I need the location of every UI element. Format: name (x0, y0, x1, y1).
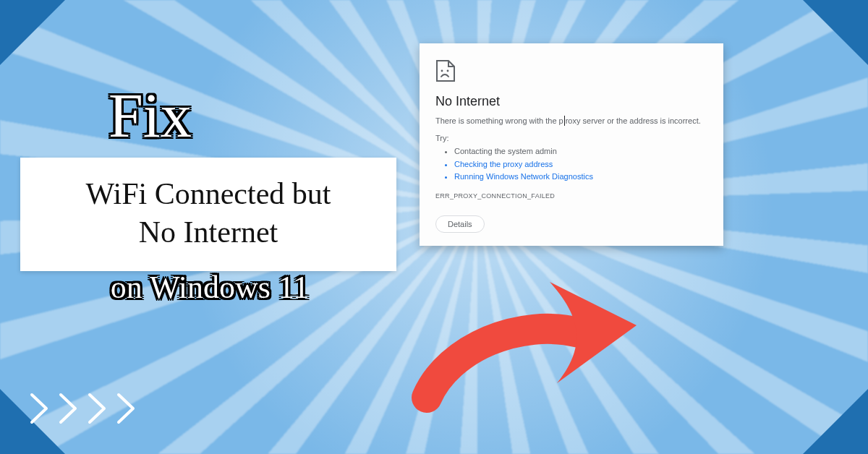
corner-triangle-br (803, 389, 868, 454)
error-description: There is something wrong with the proxy … (435, 116, 707, 127)
error-title: No Internet (435, 94, 707, 109)
chevron-right-icon (58, 392, 84, 425)
hero-fix-text: Fix (109, 80, 192, 152)
details-button[interactable]: Details (435, 215, 485, 233)
error-suggestion-item: Contacting the system admin (454, 145, 707, 158)
error-desc-before: There is something wrong with the p (435, 116, 563, 125)
svg-point-1 (447, 70, 449, 72)
error-suggestion-link[interactable]: Checking the proxy address (454, 158, 707, 171)
text-cursor-icon (564, 116, 565, 126)
error-try-label: Try: (435, 134, 707, 142)
curved-arrow-icon (405, 253, 651, 441)
chevron-right-icon (29, 392, 55, 425)
sad-page-icon (435, 59, 456, 82)
hero-card-line1: WiFi Connected but (41, 175, 376, 213)
chevron-right-icon (87, 392, 113, 425)
svg-point-0 (441, 70, 443, 72)
error-suggestion-list: Contacting the system admin Checking the… (435, 145, 707, 184)
error-code: ERR_PROXY_CONNECTION_FAILED (435, 192, 707, 200)
browser-error-panel: No Internet There is something wrong wit… (420, 43, 723, 246)
hero-fix-label: Fix (109, 81, 192, 150)
hero-card-line2: No Internet (41, 213, 376, 252)
hero-subline: on Windows 11 (51, 269, 369, 306)
error-suggestion-link[interactable]: Running Windows Network Diagnostics (454, 171, 707, 184)
error-desc-after: roxy server or the address is incorrect. (566, 116, 701, 125)
hero-subline-text: on Windows 11 (111, 270, 309, 305)
corner-triangle-tr (803, 0, 868, 65)
chevron-right-icon (116, 392, 142, 425)
corner-triangle-tl (0, 0, 65, 65)
chevrons-decoration (29, 392, 142, 425)
hero-white-card: WiFi Connected but No Internet (20, 158, 396, 271)
